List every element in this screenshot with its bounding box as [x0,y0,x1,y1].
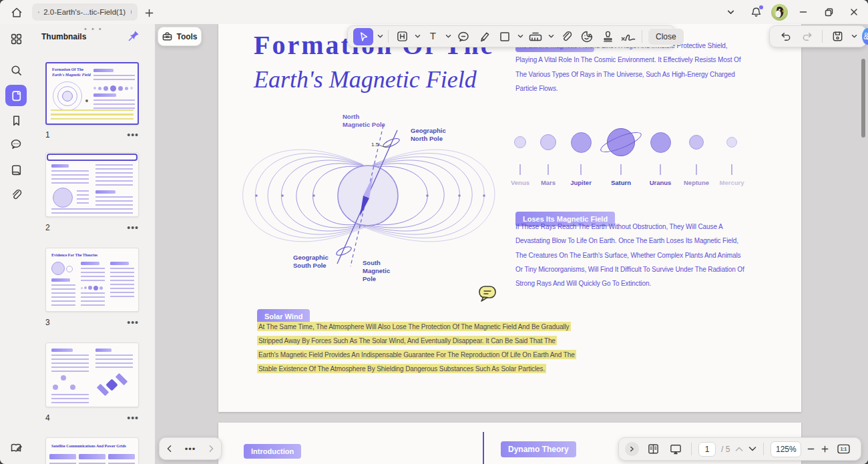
rail-pages-button[interactable] [5,159,27,180]
tools-button[interactable]: Tools [158,27,202,46]
signature-icon [620,30,636,43]
measure-tool-dropdown[interactable] [548,34,554,39]
label-south-magnetic: South [363,259,381,266]
svg-text:Magnetic: Magnetic [363,267,390,274]
rail-read-mode-button[interactable] [5,437,27,459]
panel-drag-handle[interactable]: • • • [84,25,103,33]
document-tab-icon [38,7,39,17]
zoom-in-button[interactable] [821,445,829,453]
planet-venus [514,136,526,148]
read-mode-icon [9,441,23,455]
rail-comments-button[interactable] [5,134,27,155]
ai-assistant-button[interactable] [862,28,868,45]
thumbnail-page-1[interactable]: Formation Of The Earth's Magnetic Field [45,62,139,125]
redo-button[interactable] [799,28,816,45]
page-up-button[interactable] [735,446,743,452]
presentation-icon [669,443,682,455]
select-tool-dropdown[interactable] [377,34,383,39]
page-layout-button[interactable] [644,441,662,458]
one-to-one-icon: 1:1 [837,443,851,455]
undo-button[interactable] [777,28,794,45]
thumb1-menu-button[interactable]: ••• [127,132,139,138]
text-tool-dropdown[interactable] [445,34,451,39]
page-thumbnails-icon [10,89,23,102]
maximize-button[interactable] [819,2,839,22]
close-window-button[interactable] [844,2,864,22]
tab-title: 2.0-Earth's-...tic-Field(1) [43,8,126,16]
pin-panel-button[interactable] [127,29,142,44]
rail-attachments-button[interactable] [5,184,27,205]
svg-text:Magnetic Pole: Magnetic Pole [343,121,385,128]
svg-text:T: T [429,30,435,41]
label-north-magnetic: North [343,113,360,120]
thumbnail-page-2[interactable] [45,152,139,217]
avatar[interactable] [771,4,788,21]
save-dropdown[interactable] [851,34,857,39]
presentation-button[interactable] [667,441,684,458]
plus-icon [144,8,154,18]
thumb3-menu-button[interactable]: ••• [127,319,139,326]
stamp-tool-button[interactable] [599,28,616,45]
close-toolbar-button[interactable]: Close [648,29,684,45]
quick-actions-card [769,25,867,47]
cursor-icon [357,30,370,43]
heading-tool-dropdown[interactable] [414,34,421,39]
planet-jupiter [571,132,592,153]
zoom-out-button[interactable] [807,445,815,453]
prev-page-icon[interactable] [166,445,172,453]
sticker-tool-button[interactable] [578,28,596,45]
home-button[interactable] [8,4,25,21]
search-icon [10,64,23,77]
shape-tool-button[interactable] [496,28,513,45]
thumb4-menu-button[interactable]: ••• [127,415,139,421]
shape-tool-dropdown[interactable] [517,34,523,39]
thumbnails-panel: • • • Thumbnails Formation Of The Earth'… [32,24,155,464]
thumb2-menu-button[interactable]: ••• [127,224,139,231]
new-tab-button[interactable] [142,5,156,20]
thumbnail-page-4[interactable] [45,342,139,407]
select-tool-button[interactable] [353,28,373,45]
rail-search-button[interactable] [5,59,27,81]
annotation-toolbar: T Close [347,25,676,47]
toolbox-icon [162,31,173,42]
collapse-statusbar-button[interactable] [625,442,639,456]
save-button[interactable] [829,28,846,45]
panel-title: Thumbnails [41,32,86,41]
highlighter-tool-button[interactable] [475,28,493,45]
label-axis-angle: 1.5 [371,142,379,148]
rail-apps-button[interactable] [5,28,27,49]
save-icon [831,30,844,43]
rail-thumbnails-button[interactable] [5,85,27,106]
comment-annotation-icon[interactable] [477,284,497,304]
text-tool-button[interactable]: T [424,28,441,45]
comment-tool-button[interactable] [455,28,472,45]
page-down-button[interactable] [748,446,756,452]
document-tab[interactable]: 2.0-Earth's-...tic-Field(1) [32,3,138,21]
actual-size-button[interactable]: 1:1 [835,441,852,458]
thumbnail-page-3[interactable]: Evidence For The Theories [45,248,139,312]
highlighter-icon [478,30,491,43]
measure-tool-button[interactable] [527,28,544,45]
collapse-toolbar-button[interactable] [720,2,740,22]
notifications-button[interactable] [746,2,766,22]
page-icon [10,164,23,176]
page-number-input[interactable]: 1 [698,442,716,457]
label-geo-north: Geographic [411,127,446,134]
nav-more-button[interactable]: ••• [185,444,196,454]
heading-tool-button[interactable] [393,28,411,45]
view-statusbar: 1 / 5 125% 1:1 [618,437,861,461]
vertical-scrollbar[interactable] [861,59,865,138]
thumbnail-page-5[interactable]: Satellite Communications And Power Grids [45,437,139,464]
zoom-level-input[interactable]: 125% [771,441,801,457]
minimize-button[interactable] [793,2,813,22]
rail-bookmarks-button[interactable] [5,109,27,131]
comment-bubble-icon [457,30,470,43]
apps-grid-icon [10,33,23,45]
signature-tool-button[interactable] [620,28,637,45]
svg-text:North Pole: North Pole [411,135,443,142]
page-number-1: 1 [45,130,50,140]
attach-tool-button[interactable] [558,28,575,45]
notification-dot [759,5,763,9]
next-page-icon[interactable] [208,445,214,453]
page-number-2: 2 [45,223,50,232]
